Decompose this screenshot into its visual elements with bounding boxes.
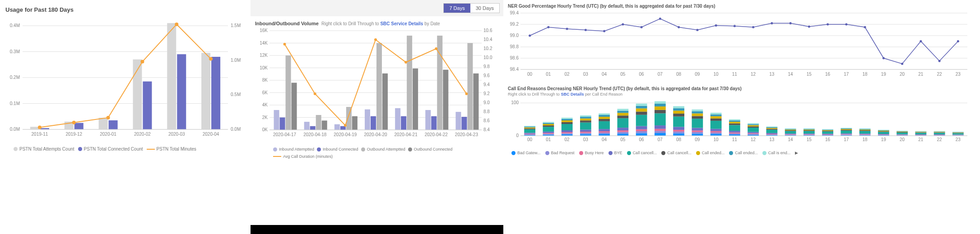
panel3b-title: Call End Reasons Decreasing NER Hourly T… — [508, 86, 975, 91]
call-end-reasons-chart[interactable]: 0100000102030405060708091011121314151617… — [508, 97, 975, 147]
svg-rect-319 — [785, 134, 796, 135]
svg-rect-283 — [711, 116, 722, 119]
svg-rect-230 — [618, 128, 629, 130]
toggle-7-days[interactable]: 7 Days — [444, 4, 470, 13]
svg-rect-248 — [655, 131, 666, 133]
svg-text:08: 08 — [676, 72, 682, 77]
svg-text:03: 03 — [583, 137, 589, 142]
svg-rect-193 — [543, 124, 554, 125]
legend-ended-a[interactable]: Call ended... — [696, 151, 725, 155]
svg-rect-358 — [859, 135, 871, 135]
ner-good-chart[interactable]: 99.499.299.098.898.698.40001020304050607… — [508, 9, 975, 81]
svg-point-156 — [678, 26, 680, 28]
svg-text:09: 09 — [695, 72, 700, 77]
bottom-black-bar — [251, 225, 503, 234]
drill-link-sbc-service[interactable]: SBC Service Details — [380, 21, 423, 26]
svg-rect-253 — [655, 106, 666, 110]
svg-rect-371 — [878, 132, 889, 134]
svg-rect-235 — [618, 109, 629, 110]
legend-outbound-attempted[interactable]: Outbound Attemptted — [361, 147, 405, 151]
svg-rect-360 — [859, 133, 871, 134]
svg-rect-390 — [915, 134, 927, 135]
svg-rect-329 — [804, 134, 815, 135]
svg-rect-222 — [599, 119, 610, 121]
svg-text:16K: 16K — [260, 28, 268, 33]
svg-text:0.1M: 0.1M — [10, 101, 20, 106]
svg-rect-299 — [748, 133, 759, 134]
svg-rect-359 — [859, 134, 871, 135]
usage-180-chart[interactable]: 0.0M0.1M0.2M0.3M0.4M0.0M0.5M1.0M1.5M2019… — [5, 17, 246, 143]
svg-rect-203 — [562, 120, 573, 122]
svg-text:0.5M: 0.5M — [231, 92, 241, 97]
svg-rect-330 — [804, 133, 815, 134]
svg-rect-198 — [562, 133, 573, 134]
svg-text:6K: 6K — [262, 90, 268, 95]
legend-cancel-b[interactable]: Call cancell... — [661, 151, 692, 155]
legend-bye[interactable]: BYE — [608, 151, 622, 155]
svg-text:10.4: 10.4 — [483, 37, 492, 42]
svg-text:2020-02: 2020-02 — [134, 132, 151, 137]
svg-text:0.4M: 0.4M — [10, 23, 20, 28]
legend-avg-duration[interactable]: Avg Call Duration (minutes) — [273, 154, 333, 159]
svg-text:05: 05 — [620, 137, 626, 142]
legend-cancel-a[interactable]: Call cancell... — [627, 151, 657, 155]
svg-text:10: 10 — [714, 72, 719, 77]
svg-text:8.6: 8.6 — [483, 118, 490, 123]
svg-text:07: 07 — [658, 137, 663, 142]
legend-busy-here[interactable]: Busy Here — [579, 151, 604, 155]
svg-text:0.0M: 0.0M — [231, 127, 241, 132]
legend-is-ended[interactable]: Call is end... — [762, 151, 791, 155]
legend-inbound-attempted[interactable]: Inbound Attemptted — [273, 147, 314, 151]
svg-text:17: 17 — [844, 137, 849, 142]
svg-rect-95 — [431, 116, 437, 130]
svg-text:09: 09 — [695, 137, 700, 142]
legend-inbound-connected[interactable]: Inbound Connected — [317, 147, 358, 151]
inbound-outbound-chart[interactable]: 16K14K12K10K8K6K4K2K0K10.610.410.210.09.… — [255, 26, 499, 143]
legend-attempts[interactable]: PSTN Total Attempts Count — [14, 147, 74, 151]
svg-text:14K: 14K — [260, 41, 268, 46]
svg-rect-354 — [841, 128, 852, 129]
svg-rect-74 — [304, 122, 310, 130]
svg-text:8.8: 8.8 — [483, 109, 490, 114]
svg-text:06: 06 — [639, 137, 645, 142]
legend-ended-b[interactable]: Call ended... — [729, 151, 758, 155]
svg-point-105 — [314, 92, 316, 95]
legend-outbound-connected[interactable]: Outbound Connected — [408, 147, 453, 151]
toggle-30-days[interactable]: 30 Days — [470, 4, 499, 13]
svg-rect-234 — [618, 111, 629, 113]
svg-rect-310 — [766, 133, 778, 134]
svg-text:08: 08 — [676, 137, 682, 142]
legend-scroll-right-icon[interactable]: ▶ — [795, 151, 798, 155]
legend-bad-request[interactable]: Bad Request — [545, 151, 575, 155]
svg-rect-179 — [524, 134, 535, 134]
svg-rect-369 — [878, 134, 889, 135]
svg-rect-323 — [785, 129, 796, 130]
svg-text:16: 16 — [825, 72, 831, 77]
svg-rect-388 — [915, 135, 927, 136]
right-column: NER Good Percentage Hourly Trend (UTC) (… — [503, 0, 980, 234]
svg-rect-405 — [934, 131, 945, 132]
legend-bad-gateway[interactable]: Bad Gatew... — [511, 151, 541, 155]
svg-text:10: 10 — [714, 137, 719, 142]
svg-rect-370 — [878, 134, 889, 134]
panel2-title: Inbound/Outbound Volume — [255, 21, 319, 26]
legend-connected[interactable]: PSTN Total Connected Count — [78, 147, 143, 151]
svg-rect-237 — [636, 133, 647, 136]
drill-link-sbc-details[interactable]: SBC Details — [561, 92, 584, 96]
svg-rect-252 — [655, 110, 666, 114]
svg-rect-208 — [580, 133, 591, 134]
svg-rect-383 — [896, 132, 908, 132]
svg-rect-318 — [785, 135, 796, 135]
svg-rect-368 — [878, 135, 889, 135]
svg-point-150 — [566, 28, 568, 30]
svg-rect-247 — [655, 133, 666, 136]
svg-rect-355 — [841, 128, 852, 128]
svg-rect-87 — [382, 73, 388, 130]
svg-text:2020-04-20: 2020-04-20 — [364, 132, 387, 137]
svg-rect-300 — [748, 132, 759, 133]
svg-rect-391 — [915, 133, 927, 134]
svg-point-110 — [465, 92, 468, 95]
legend-minutes[interactable]: PSTN Total Minutes — [147, 147, 196, 151]
svg-rect-373 — [878, 131, 889, 131]
svg-rect-200 — [562, 130, 573, 132]
